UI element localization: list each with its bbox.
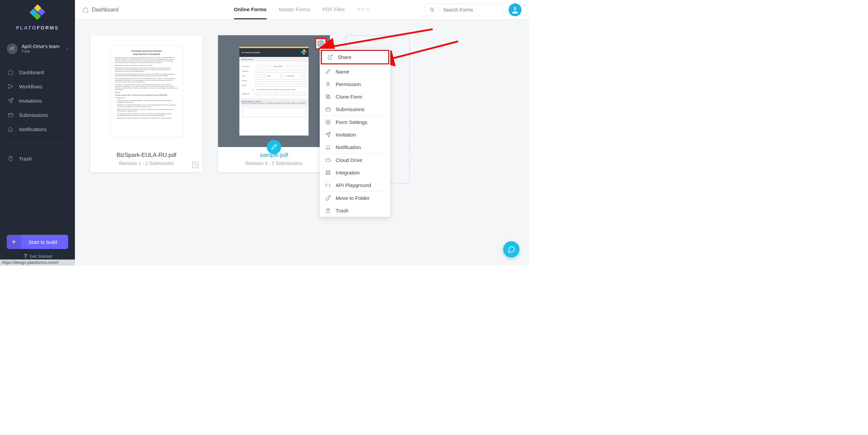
- search-icon[interactable]: [426, 7, 439, 13]
- menu-item-label: Clone Form: [336, 94, 362, 100]
- svg-rect-14: [326, 171, 328, 172]
- team-plan: Free: [22, 49, 60, 54]
- menu-item-label: Notification: [336, 144, 361, 150]
- form-card-footer: sample.pdf Revision 5 - 2 Submissions: [218, 147, 330, 172]
- bell-icon: [325, 144, 331, 150]
- menu-item-label: Cloud Drive: [336, 157, 362, 163]
- svg-rect-15: [329, 171, 330, 172]
- home-icon: [82, 7, 88, 13]
- inbox-icon: [7, 112, 14, 118]
- get-started-link[interactable]: Get Started: [7, 254, 68, 259]
- svg-point-1: [8, 87, 9, 88]
- form-card-sample[interactable]: Car Rental Checklist Renter's section Fu…: [218, 35, 330, 172]
- code-icon: [325, 182, 331, 188]
- menu-item-label: Permission: [336, 81, 361, 87]
- svg-rect-6: [513, 8, 517, 9]
- logo-text: PLATOFORMS: [16, 25, 59, 30]
- pdf-icon: ⎘: [192, 162, 198, 168]
- start-to-build-button[interactable]: + Start to build: [7, 235, 68, 249]
- sidebar: PLATOFORMS AT ApiX-Drive's team Free › D…: [0, 0, 75, 266]
- menu-item-notification[interactable]: Notification: [320, 141, 390, 153]
- edit-button[interactable]: [267, 140, 281, 154]
- svg-point-8: [327, 82, 329, 84]
- sidebar-item-label: Notifications: [19, 126, 47, 132]
- main-content: ПРОГРАММА MICROSOFT BIZSPARK ЛИЦЕНЗИОННО…: [75, 20, 529, 266]
- menu-item-label: Name: [336, 69, 349, 75]
- menu-item-form-settings[interactable]: Form Settings: [320, 116, 390, 128]
- menu-item-label: Share: [338, 54, 351, 60]
- sidebar-item-invitations[interactable]: Invitations: [0, 94, 75, 108]
- logo[interactable]: PLATOFORMS: [0, 0, 75, 36]
- bell-icon: [7, 126, 14, 132]
- team-switcher[interactable]: AT ApiX-Drive's team Free ›: [3, 40, 72, 58]
- tab-master-forms[interactable]: Master Forms: [279, 0, 310, 19]
- sidebar-item-label: Workflows: [19, 84, 42, 89]
- user-avatar[interactable]: [509, 3, 521, 16]
- send-icon: [7, 98, 14, 104]
- cloud-icon: [325, 157, 331, 163]
- document-thumbnail: ПРОГРАММА MICROSOFT BIZSPARK ЛИЦЕНЗИОННО…: [110, 45, 183, 137]
- team-avatar: AT: [7, 43, 18, 54]
- document-thumbnail: Car Rental Checklist Renter's section Fu…: [239, 47, 309, 136]
- menu-item-trash[interactable]: Trash: [320, 204, 390, 217]
- sidebar-item-submissions[interactable]: Submissions: [0, 108, 75, 122]
- menu-item-label: Integration: [336, 170, 360, 175]
- menu-item-api[interactable]: API Playground: [320, 179, 390, 191]
- menu-item-submissions[interactable]: Submissions: [320, 103, 390, 116]
- svg-rect-9: [327, 96, 330, 99]
- svg-point-12: [326, 120, 330, 124]
- help-chat-button[interactable]: [503, 241, 519, 257]
- form-title: BizSpark-EULA-RU.pdf: [94, 152, 199, 159]
- browser-status-bar: https://design.platoforms.com/#: [0, 260, 76, 266]
- tabs: Online Forms Master Forms PDF Files ○○○: [234, 0, 370, 19]
- sidebar-nav: Dashboard Workflows Invitations Submissi…: [0, 65, 75, 166]
- chevron-right-icon: ›: [66, 46, 68, 51]
- form-card-footer: BizSpark-EULA-RU.pdf Revision 1 - 1 Subm…: [91, 147, 202, 172]
- sidebar-item-notifications[interactable]: Notifications: [0, 122, 75, 136]
- svg-point-13: [327, 121, 329, 123]
- gear-button[interactable]: [315, 38, 327, 49]
- svg-rect-17: [329, 173, 330, 174]
- sidebar-item-workflows[interactable]: Workflows: [0, 79, 75, 94]
- home-icon: [7, 69, 14, 75]
- svg-rect-11: [326, 108, 330, 111]
- form-subtitle: Revision 1 - 1 Submission: [94, 161, 199, 166]
- menu-item-invitation[interactable]: Invitation: [320, 128, 390, 141]
- sidebar-item-label: Invitations: [19, 98, 42, 104]
- team-name: ApiX-Drive's team: [22, 44, 60, 49]
- search-bar: [425, 3, 504, 16]
- copy-icon: [325, 94, 331, 100]
- form-card-bizspark[interactable]: ПРОГРАММА MICROSOFT BIZSPARK ЛИЦЕНЗИОННО…: [91, 35, 202, 172]
- move-icon: [325, 195, 331, 201]
- menu-item-share[interactable]: Share: [321, 50, 389, 64]
- menu-item-integration[interactable]: Integration: [320, 166, 390, 179]
- form-preview: Car Rental Checklist Renter's section Fu…: [218, 35, 330, 147]
- menu-item-label: Invitation: [336, 132, 356, 138]
- tab-pdf-files[interactable]: PDF Files: [322, 0, 345, 19]
- menu-item-clone[interactable]: Clone Form: [320, 90, 390, 103]
- sidebar-item-label: Submissions: [19, 112, 48, 118]
- svg-rect-3: [8, 113, 13, 117]
- header: Dashboard Online Forms Master Forms PDF …: [75, 0, 529, 20]
- svg-rect-18: [326, 198, 328, 200]
- settings-icon: [325, 119, 331, 125]
- tab-online-forms[interactable]: Online Forms: [234, 0, 267, 19]
- tab-more[interactable]: ○○○: [357, 0, 370, 19]
- menu-item-move[interactable]: Move to Folder: [320, 192, 390, 204]
- sidebar-item-label: Dashboard: [19, 69, 44, 75]
- sidebar-item-dashboard[interactable]: Dashboard: [0, 65, 75, 79]
- form-subtitle: Revision 5 - 2 Submissions: [221, 161, 327, 166]
- menu-item-cloud[interactable]: Cloud Drive: [320, 154, 390, 166]
- breadcrumb[interactable]: Dashboard: [82, 7, 118, 13]
- svg-point-7: [320, 43, 322, 45]
- svg-point-4: [430, 8, 433, 11]
- search-input[interactable]: [439, 4, 504, 16]
- menu-item-name[interactable]: Name: [320, 65, 390, 78]
- rename-icon: [325, 69, 331, 75]
- menu-item-permission[interactable]: Permission: [320, 78, 390, 90]
- sidebar-item-trash[interactable]: Trash: [0, 151, 75, 166]
- trash-icon: [7, 156, 14, 162]
- grid-icon: [325, 170, 331, 175]
- user-icon: [325, 81, 331, 87]
- start-to-build-label: Start to build: [21, 239, 64, 245]
